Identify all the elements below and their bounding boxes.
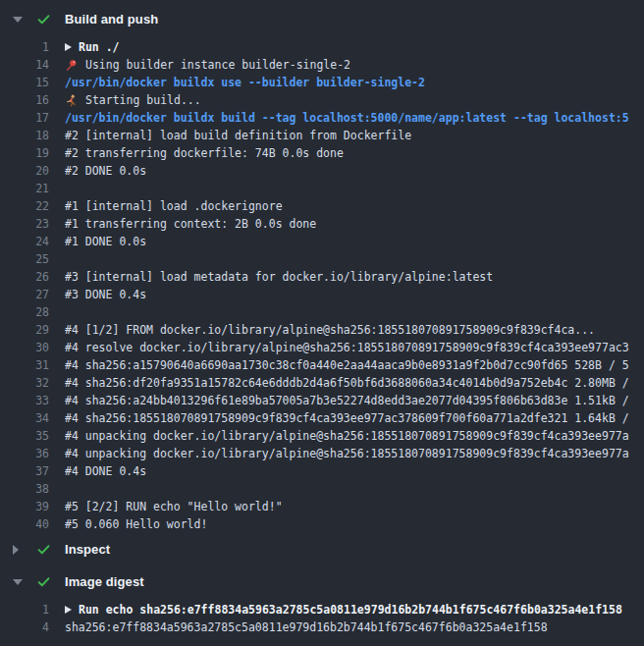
line-content: #2 transferring dockerfile: 74B 0.0s don…	[65, 144, 644, 162]
line-content: Run echo sha256:e7ff8834a5963a2785c5a081…	[65, 601, 644, 619]
line-text: /usr/bin/docker buildx build --tag local…	[65, 109, 629, 127]
line-content: #4 sha256:a24bb4013296f61e89ba57005a7b3e…	[65, 392, 644, 409]
log-line: 20 #2 DONE 0.0s	[0, 162, 644, 180]
line-text: #3 DONE 0.4s	[65, 286, 146, 303]
line-number[interactable]: 37	[0, 462, 49, 480]
line-number[interactable]: 22	[0, 197, 49, 215]
step-header[interactable]: Build and push	[0, 3, 644, 35]
line-text: #4 sha256:185518070891758909c9f839cf4ca3…	[65, 409, 629, 427]
step-header[interactable]: Image digest	[0, 565, 644, 598]
line-number[interactable]: 25	[0, 250, 49, 268]
line-content: #4 sha256:185518070891758909c9f839cf4ca3…	[65, 409, 644, 427]
line-number[interactable]: 19	[0, 144, 49, 162]
line-number[interactable]: 34	[0, 409, 49, 427]
step-section-image-digest: Image digest 1 Run echo sha256:e7ff8834a…	[0, 565, 644, 636]
line-number[interactable]: 31	[0, 356, 49, 374]
line-number[interactable]: 1	[0, 38, 49, 56]
line-content: #1 transferring context: 2B 0.0s done	[65, 215, 644, 233]
check-icon	[36, 574, 51, 589]
line-number[interactable]: 24	[0, 233, 49, 250]
line-number[interactable]: 40	[0, 515, 49, 533]
line-number[interactable]: 16	[0, 91, 49, 109]
line-number[interactable]: 4	[0, 619, 49, 636]
workflow-log-viewer: Build and push 1 Run ./ 14	[0, 0, 644, 646]
chevron-down-icon	[13, 579, 23, 585]
line-content: #4 DONE 0.4s	[65, 462, 644, 480]
line-text: #3 [internal] load metadata for docker.i…	[65, 268, 493, 286]
line-text: Using builder instance builder-single-2	[85, 56, 350, 74]
log-line: 17 /usr/bin/docker buildx build --tag lo…	[0, 109, 644, 127]
check-icon	[36, 542, 51, 557]
step-header[interactable]: Inspect	[0, 533, 644, 565]
line-content: #3 DONE 0.4s	[65, 286, 644, 303]
log-line: 14 Using builder instance builder-single…	[0, 56, 644, 74]
line-text: #2 transferring dockerfile: 74B 0.0s don…	[65, 144, 344, 162]
line-number[interactable]: 32	[0, 374, 49, 392]
line-content: #4 sha256:a15790640a6690aa1730c38cf0a440…	[65, 356, 644, 374]
log-line: 27 #3 DONE 0.4s	[0, 286, 644, 303]
line-number[interactable]: 30	[0, 339, 49, 356]
line-number[interactable]: 21	[0, 180, 49, 197]
line-number[interactable]: 1	[0, 601, 49, 619]
log-line: 1 Run echo sha256:e7ff8834a5963a2785c5a0…	[0, 601, 644, 619]
line-content: sha256:e7ff8834a5963a2785c5a0811e979d16b…	[65, 619, 644, 636]
line-content: #4 unpacking docker.io/library/alpine@sh…	[65, 445, 644, 462]
log-line: 23 #1 transferring context: 2B 0.0s done	[0, 215, 644, 233]
log-line: 4 sha256:e7ff8834a5963a2785c5a0811e979d1…	[0, 619, 644, 636]
log-line: 36 #4 unpacking docker.io/library/alpine…	[0, 445, 644, 462]
line-content: #2 DONE 0.0s	[65, 162, 644, 180]
line-text: #4 resolve docker.io/library/alpine@sha2…	[65, 339, 629, 356]
line-number[interactable]: 28	[0, 303, 49, 321]
line-text: #1 [internal] load .dockerignore	[65, 197, 283, 215]
line-text: #4 sha256:df20fa9351a15782c64e6dddb2d4a6…	[65, 374, 629, 392]
line-text: #4 sha256:a15790640a6690aa1730c38cf0a440…	[65, 356, 629, 374]
log-line: 15 /usr/bin/docker buildx use --builder …	[0, 74, 644, 91]
step-section-build-and-push: Build and push 1 Run ./ 14	[0, 3, 644, 533]
line-number[interactable]: 14	[0, 56, 49, 74]
step-section-inspect: Inspect	[0, 533, 644, 565]
log-line: 40 #5 0.060 Hello world!	[0, 515, 644, 533]
line-text: #4 unpacking docker.io/library/alpine@sh…	[65, 445, 629, 462]
log-line: 33 #4 sha256:a24bb4013296f61e89ba57005a7…	[0, 392, 644, 409]
line-content: Using builder instance builder-single-2	[65, 56, 644, 74]
line-text: #4 DONE 0.4s	[65, 462, 146, 480]
line-number[interactable]: 18	[0, 127, 49, 144]
line-content: #5 [2/2] RUN echo "Hello world!"	[65, 498, 644, 515]
line-content: /usr/bin/docker buildx use --builder bui…	[65, 74, 644, 91]
line-content: /usr/bin/docker buildx build --tag local…	[65, 109, 644, 127]
line-content: #4 sha256:df20fa9351a15782c64e6dddb2d4a6…	[65, 374, 644, 392]
play-icon[interactable]	[65, 606, 72, 614]
line-number[interactable]: 15	[0, 74, 49, 91]
runner-icon	[65, 94, 78, 107]
line-number[interactable]: 20	[0, 162, 49, 180]
line-content: #3 [internal] load metadata for docker.i…	[65, 268, 644, 286]
line-text: #4 sha256:a24bb4013296f61e89ba57005a7b3e…	[65, 392, 629, 409]
line-number[interactable]: 36	[0, 445, 49, 462]
line-number[interactable]: 23	[0, 215, 49, 233]
line-number[interactable]: 33	[0, 392, 49, 409]
line-text: /usr/bin/docker buildx use --builder bui…	[65, 74, 425, 91]
log-line: 34 #4 sha256:185518070891758909c9f839cf4…	[0, 409, 644, 427]
log-line: 35 #4 unpacking docker.io/library/alpine…	[0, 427, 644, 445]
pushpin-icon	[65, 59, 78, 72]
log-line: 31 #4 sha256:a15790640a6690aa1730c38cf0a…	[0, 356, 644, 374]
line-number[interactable]: 29	[0, 321, 49, 339]
line-text: #5 0.060 Hello world!	[65, 515, 207, 533]
line-text: #5 [2/2] RUN echo "Hello world!"	[65, 498, 283, 515]
play-icon[interactable]	[65, 43, 72, 51]
line-text: #2 DONE 0.0s	[65, 162, 146, 180]
line-number[interactable]: 26	[0, 268, 49, 286]
line-number[interactable]: 17	[0, 109, 49, 127]
line-text: Run ./	[79, 38, 120, 56]
line-number[interactable]: 38	[0, 480, 49, 498]
line-content: #2 [internal] load build definition from…	[65, 127, 644, 144]
log-line: 39 #5 [2/2] RUN echo "Hello world!"	[0, 498, 644, 515]
line-number[interactable]: 35	[0, 427, 49, 445]
log-line: 32 #4 sha256:df20fa9351a15782c64e6dddb2d…	[0, 374, 644, 392]
log-lines: 1 Run ./ 14	[0, 38, 644, 533]
line-content: #4 [1/2] FROM docker.io/library/alpine@s…	[65, 321, 644, 339]
line-text: #1 DONE 0.0s	[65, 233, 146, 250]
line-number[interactable]: 39	[0, 498, 49, 515]
line-number[interactable]: 27	[0, 286, 49, 303]
line-content: Run ./	[65, 38, 644, 56]
